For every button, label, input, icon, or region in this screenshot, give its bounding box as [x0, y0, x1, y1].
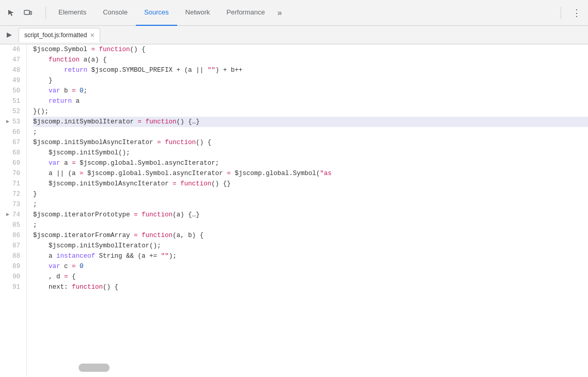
toolbar-divider: [45, 7, 46, 19]
line-number: 69: [2, 158, 22, 168]
code-line: $jscomp.initSymbolAsyncIterator = functi…: [33, 179, 588, 189]
code-line: ;: [33, 199, 588, 210]
line-number: 46: [2, 44, 22, 55]
line-number: 90: [2, 272, 22, 282]
file-tab-close-button[interactable]: ×: [90, 32, 94, 39]
code-line: a || (a = $jscomp.global.Symbol.asyncIte…: [33, 168, 588, 179]
collapse-arrow-icon[interactable]: ▶: [5, 210, 10, 220]
line-number: 87: [2, 241, 22, 251]
code-line: $jscomp.initSymbolAsyncIterator = functi…: [33, 137, 588, 148]
code-line: return $jscomp.SYMBOL_PREFIX + (a || "")…: [33, 65, 588, 75]
code-line: var b = 0;: [33, 86, 588, 96]
code-line: return a: [33, 96, 588, 106]
line-number: 88: [2, 251, 22, 261]
code-line: , d = {: [33, 272, 588, 282]
navigator-toggle-icon[interactable]: [4, 30, 14, 40]
line-number: 47: [2, 55, 22, 65]
more-options-button[interactable]: ⋮: [569, 6, 584, 20]
tab-elements[interactable]: Elements: [50, 0, 95, 26]
code-line: a instanceof String && (a += "");: [33, 251, 588, 261]
file-tab-bar: script_foot.js:formatted ×: [0, 26, 588, 44]
line-number: 71: [2, 179, 22, 189]
tab-bar: Elements Console Sources Network Perform…: [50, 0, 556, 26]
code-line: var c = 0: [33, 261, 588, 272]
line-number: 89: [2, 261, 22, 272]
line-number: 70: [2, 168, 22, 179]
line-number: 72: [2, 189, 22, 199]
svg-rect-1: [30, 11, 32, 14]
line-number: 52: [2, 106, 22, 117]
code-line: $jscomp.iteratorPrototype = function(a) …: [33, 210, 588, 220]
code-line: }();: [33, 106, 588, 117]
code-line: $jscomp.initSymbolIterator();: [33, 241, 588, 251]
toolbar-end-divider: [561, 7, 561, 19]
code-line: }: [33, 189, 588, 199]
svg-rect-0: [24, 10, 29, 14]
collapse-arrow-icon[interactable]: ▶: [5, 117, 10, 127]
code-line: $jscomp.initSymbol();: [33, 148, 588, 158]
code-line: $jscomp.initSymbolIterator = function() …: [33, 117, 588, 127]
line-number: 67: [2, 137, 22, 148]
line-numbers: 46474849505152▶536667686970717273▶748586…: [0, 44, 27, 377]
code-line: var a = $jscomp.global.Symbol.asyncItera…: [33, 158, 588, 168]
code-line: $jscomp.Symbol = function() {: [33, 44, 588, 55]
code-line: ;: [33, 220, 588, 230]
scroll-indicator[interactable]: [79, 364, 110, 372]
line-number: 86: [2, 230, 22, 241]
tab-console[interactable]: Console: [95, 0, 136, 26]
toolbar-end: ⋮: [556, 6, 584, 20]
toolbar-icons: [4, 6, 35, 20]
code-area: 46474849505152▶536667686970717273▶748586…: [0, 44, 588, 377]
tab-sources[interactable]: Sources: [136, 0, 177, 26]
cursor-icon[interactable]: [4, 6, 19, 20]
device-toggle-icon[interactable]: [21, 6, 35, 20]
tab-more[interactable]: »: [273, 0, 286, 26]
file-tab-script[interactable]: script_foot.js:formatted ×: [19, 28, 100, 42]
line-number: 91: [2, 282, 22, 292]
line-number: 50: [2, 86, 22, 96]
code-line: function a(a) {: [33, 55, 588, 65]
line-number: 51: [2, 96, 22, 106]
code-line: }: [33, 75, 588, 86]
code-line: ;: [33, 127, 588, 137]
devtools-toolbar: Elements Console Sources Network Perform…: [0, 0, 588, 26]
line-number: 68: [2, 148, 22, 158]
file-tab-name: script_foot.js:formatted: [24, 32, 87, 39]
line-number: 49: [2, 75, 22, 86]
code-wrapper: $jscomp.Symbol = function() { function a…: [27, 44, 588, 377]
svg-marker-2: [7, 33, 12, 38]
line-number: ▶74: [2, 210, 22, 220]
line-number: ▶53: [2, 117, 22, 127]
code-line: next: function() {: [33, 282, 588, 292]
line-number: 66: [2, 127, 22, 137]
tab-performance[interactable]: Performance: [218, 0, 273, 26]
code-content: $jscomp.Symbol = function() { function a…: [27, 44, 588, 292]
line-number: 48: [2, 65, 22, 75]
line-number: 85: [2, 220, 22, 230]
tab-network[interactable]: Network: [177, 0, 219, 26]
line-number: 73: [2, 199, 22, 210]
code-line: $jscomp.iteratorFromArray = function(a, …: [33, 230, 588, 241]
